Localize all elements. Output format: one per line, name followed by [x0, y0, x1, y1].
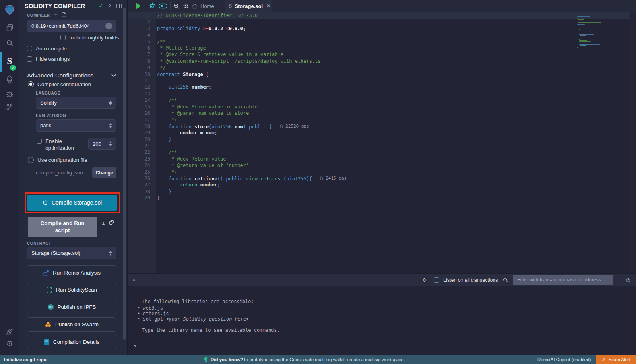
code-line-1[interactable]: 1// SPDX-License-Identifier: GPL-3.0 — [128, 12, 636, 19]
zoom-in-icon[interactable] — [182, 2, 190, 10]
code-line-23[interactable]: 23 * @dev Return value — [128, 156, 636, 162]
code-line-12[interactable]: 12 uint256 number; — [128, 84, 636, 90]
zoom-out-icon[interactable] — [173, 2, 180, 10]
tab-home[interactable]: Home — [192, 0, 214, 12]
open-compiler-file-icon[interactable] — [61, 12, 67, 17]
solidity-compiler-icon[interactable]: S ✓ — [0, 52, 19, 69]
include-nightly-checkbox[interactable] — [60, 35, 66, 40]
copilot-toggle-icon[interactable] — [158, 3, 168, 9]
code-line-15[interactable]: 15 * @dev Store value in variable — [128, 104, 636, 110]
code-line-29[interactable]: 29} — [128, 195, 636, 201]
terminal-prompt[interactable]: > — [134, 343, 136, 349]
language-select[interactable]: Solidity — [36, 97, 116, 109]
ethers-link[interactable]: ethers.js — [143, 311, 169, 316]
code-line-5[interactable]: 5/** — [128, 39, 636, 45]
line-source: number = num; — [157, 130, 217, 136]
tip-body: To prototype using the Gnosis safe multi… — [243, 357, 405, 362]
pin-panel-icon[interactable] — [116, 3, 122, 9]
code-editor[interactable]: 1// SPDX-License-Identifier: GPL-3.023pr… — [128, 12, 636, 285]
add-compiler-icon[interactable]: + — [54, 11, 58, 18]
terminal-collapse-icon[interactable]: » — [131, 278, 138, 281]
close-tab-icon[interactable]: ✕ — [266, 3, 270, 9]
plugin-manager-icon[interactable] — [0, 326, 19, 337]
code-line-3[interactable]: 3pragma solidity >=0.8.2 <0.9.0; — [128, 25, 636, 32]
git-init-status[interactable]: Initialize as git repo — [4, 357, 47, 362]
tab-storage-sol[interactable]: S Storage.sol ✕ — [225, 0, 272, 12]
code-line-4[interactable]: 4 — [128, 32, 636, 38]
deploy-run-icon[interactable] — [0, 74, 19, 85]
action-run-remix-analysis[interactable]: Run Remix Analysis — [27, 265, 116, 280]
action-publish-on-ipfs[interactable]: IPFSPublish on IPFS — [27, 300, 116, 314]
file-explorer-icon[interactable] — [0, 22, 19, 33]
listen-transactions-checkbox[interactable] — [434, 277, 439, 283]
scam-alert-badge[interactable]: ⚠ Scam Alert — [596, 355, 636, 364]
contract-select[interactable]: Storage (Storage.sol) — [27, 247, 116, 259]
git-icon[interactable] — [0, 101, 19, 112]
compiler-config-radio[interactable] — [28, 81, 34, 87]
code-line-24[interactable]: 24 * @return value of 'number' — [128, 162, 636, 168]
code-line-19[interactable]: 19 number = num; — [128, 130, 636, 136]
terminal[interactable]: The following libraries are accessible: … — [128, 286, 636, 355]
copy-icon[interactable] — [109, 220, 114, 225]
web3-link[interactable]: web3.js — [143, 305, 163, 311]
remix-logo[interactable] — [0, 3, 19, 17]
minimap-line — [577, 14, 592, 14]
code-line-21[interactable]: 21 — [128, 143, 636, 149]
optimization-runs-input[interactable]: 200 — [88, 138, 116, 150]
code-line-16[interactable]: 16 * @param num value to store — [128, 110, 636, 116]
code-line-20[interactable]: 20 } — [128, 136, 636, 143]
version-stepper-icon[interactable] — [105, 23, 112, 29]
line-source: * @dev Return value — [157, 156, 226, 162]
code-line-22[interactable]: 22 /** — [128, 149, 636, 155]
settings-gear-icon[interactable]: ⚙ — [0, 338, 19, 349]
code-line-7[interactable]: 7 * @dev Store & retrieve value in a var… — [128, 51, 636, 58]
compile-and-run-button[interactable]: Compile and Run script — [28, 217, 97, 237]
panel-scrollbar-thumb[interactable] — [123, 8, 126, 340]
code-line-27[interactable]: 27 return number; — [128, 182, 636, 188]
action-label: Publish on Swarm — [55, 321, 99, 327]
action-publish-on-swarm[interactable]: Publish on Swarm — [27, 317, 116, 332]
runs-stepper-icon[interactable] — [109, 141, 112, 146]
use-config-file-radio[interactable] — [28, 157, 34, 163]
line-source: function store(uint256 num) public {2252… — [157, 123, 309, 130]
chevron-down-icon[interactable] — [111, 74, 116, 77]
collapse-panel-icon[interactable]: › — [109, 2, 111, 9]
code-line-9[interactable]: 9 */ — [128, 64, 636, 71]
enable-optimization-checkbox[interactable] — [37, 139, 42, 144]
action-label: Run SolidityScan — [56, 287, 97, 293]
code-line-6[interactable]: 6 * @title Storage — [128, 45, 636, 51]
evm-version-select[interactable]: paris — [36, 119, 116, 132]
debugger-icon[interactable] — [0, 88, 19, 99]
code-line-18[interactable]: 18 function store(uint256 num) public {2… — [128, 123, 636, 130]
code-line-10[interactable]: 10contract Storage { — [128, 71, 636, 77]
code-line-11[interactable]: 11 — [128, 77, 636, 84]
copilot-status[interactable]: RemixAI Copilot (enabled) — [537, 357, 591, 362]
code-line-25[interactable]: 25 */ — [128, 169, 636, 175]
code-line-8[interactable]: 8 * @custom:dev-run-script ./scripts/dep… — [128, 58, 636, 64]
code-line-28[interactable]: 28 } — [128, 188, 636, 195]
code-line-17[interactable]: 17 */ — [128, 116, 636, 123]
auto-compile-checkbox[interactable] — [27, 46, 32, 51]
action-run-solidityscan[interactable]: Run SolidityScan — [27, 283, 116, 297]
action-compilation-details[interactable]: Compilation Details — [27, 335, 116, 349]
code-line-2[interactable]: 2 — [128, 19, 636, 25]
compile-button[interactable]: Compile Storage.sol — [27, 195, 117, 211]
clear-filter-icon[interactable]: ⊘ — [626, 277, 631, 284]
change-config-button[interactable]: Change — [92, 167, 116, 178]
code-line-14[interactable]: 14 /** — [128, 97, 636, 103]
transaction-filter-input[interactable] — [513, 275, 613, 285]
editor-scrollbar[interactable] — [630, 12, 636, 285]
panel-scrollbar[interactable] — [122, 0, 127, 355]
info-icon[interactable]: i — [102, 220, 105, 226]
editor-minimap[interactable] — [576, 12, 610, 285]
terminal-search-icon[interactable] — [502, 277, 508, 283]
hide-warnings-checkbox[interactable] — [27, 56, 32, 62]
line-number: 17 — [128, 116, 150, 123]
search-icon[interactable] — [0, 37, 19, 48]
code-line-26[interactable]: 26 function retrieve() public view retur… — [128, 175, 636, 182]
remixai-robot-icon[interactable] — [149, 2, 157, 10]
advanced-config-title[interactable]: Advanced Configurations — [27, 72, 94, 79]
code-line-13[interactable]: 13 — [128, 91, 636, 97]
compiler-version-select[interactable]: 0.8.19+commit.7dd6d404 — [27, 20, 116, 32]
run-script-play-icon[interactable] — [135, 2, 142, 10]
